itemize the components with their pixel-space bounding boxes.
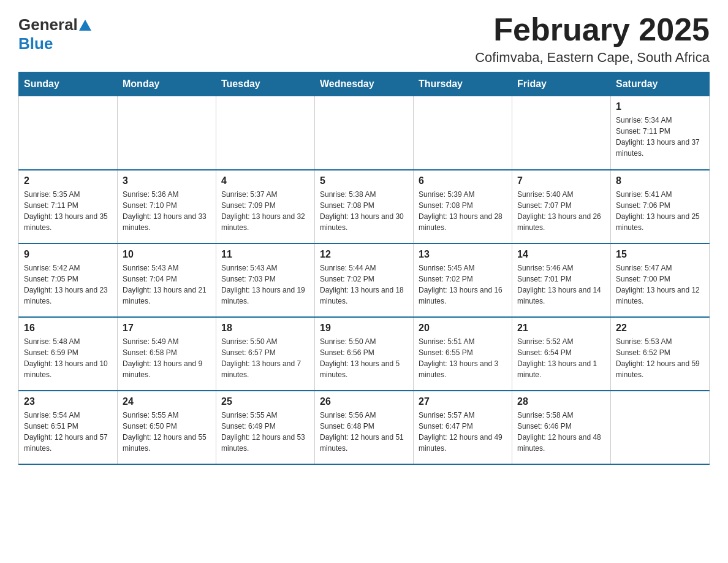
calendar-cell [611, 391, 710, 464]
day-info: Sunrise: 5:55 AMSunset: 6:50 PMDaylight:… [123, 410, 211, 454]
calendar-cell: 17Sunrise: 5:49 AMSunset: 6:58 PMDayligh… [118, 317, 216, 391]
day-info: Sunrise: 5:58 AMSunset: 6:46 PMDaylight:… [517, 410, 605, 454]
day-number: 11 [221, 249, 309, 260]
day-info: Sunrise: 5:36 AMSunset: 7:10 PMDaylight:… [123, 189, 211, 233]
title-section: February 2025 Cofimvaba, Eastern Cape, S… [475, 12, 710, 66]
day-number: 8 [616, 175, 704, 186]
calendar-cell: 19Sunrise: 5:50 AMSunset: 6:56 PMDayligh… [315, 317, 414, 391]
day-number: 24 [123, 396, 211, 407]
day-number: 21 [517, 323, 605, 334]
day-number: 17 [123, 323, 211, 334]
calendar-cell: 26Sunrise: 5:56 AMSunset: 6:48 PMDayligh… [315, 391, 414, 464]
day-number: 1 [616, 101, 704, 112]
day-info: Sunrise: 5:43 AMSunset: 7:04 PMDaylight:… [123, 262, 211, 307]
day-info: Sunrise: 5:54 AMSunset: 6:51 PMDaylight:… [24, 410, 112, 454]
calendar-cell: 18Sunrise: 5:50 AMSunset: 6:57 PMDayligh… [216, 317, 315, 391]
day-info: Sunrise: 5:39 AMSunset: 7:08 PMDaylight:… [419, 189, 507, 233]
day-of-week-header: Tuesday [216, 72, 315, 96]
day-number: 27 [419, 396, 507, 407]
calendar-week-row: 16Sunrise: 5:48 AMSunset: 6:59 PMDayligh… [19, 317, 710, 391]
calendar-cell: 28Sunrise: 5:58 AMSunset: 6:46 PMDayligh… [512, 391, 611, 464]
day-number: 20 [419, 323, 507, 334]
day-number: 10 [123, 249, 211, 260]
day-of-week-header: Friday [512, 72, 611, 96]
day-of-week-header: Thursday [414, 72, 512, 96]
day-number: 15 [616, 249, 704, 260]
day-info: Sunrise: 5:52 AMSunset: 6:54 PMDaylight:… [517, 336, 605, 380]
day-info: Sunrise: 5:34 AMSunset: 7:11 PMDaylight:… [616, 115, 704, 159]
day-info: Sunrise: 5:47 AMSunset: 7:00 PMDaylight:… [616, 262, 704, 307]
calendar-week-row: 9Sunrise: 5:42 AMSunset: 7:05 PMDaylight… [19, 243, 710, 317]
day-of-week-header: Sunday [19, 72, 118, 96]
calendar-cell [19, 96, 118, 170]
day-info: Sunrise: 5:37 AMSunset: 7:09 PMDaylight:… [221, 189, 309, 233]
calendar-week-row: 1Sunrise: 5:34 AMSunset: 7:11 PMDaylight… [19, 96, 710, 170]
day-number: 6 [419, 175, 507, 186]
location-title: Cofimvaba, Eastern Cape, South Africa [475, 50, 710, 66]
day-number: 3 [123, 175, 211, 186]
day-number: 7 [517, 175, 605, 186]
calendar-cell: 12Sunrise: 5:44 AMSunset: 7:02 PMDayligh… [315, 243, 414, 317]
calendar-cell: 14Sunrise: 5:46 AMSunset: 7:01 PMDayligh… [512, 243, 611, 317]
day-number: 13 [419, 249, 507, 260]
day-number: 18 [221, 323, 309, 334]
day-info: Sunrise: 5:57 AMSunset: 6:47 PMDaylight:… [419, 410, 507, 454]
calendar-cell: 10Sunrise: 5:43 AMSunset: 7:04 PMDayligh… [118, 243, 216, 317]
calendar-cell: 9Sunrise: 5:42 AMSunset: 7:05 PMDaylight… [19, 243, 118, 317]
calendar-cell: 8Sunrise: 5:41 AMSunset: 7:06 PMDaylight… [611, 170, 710, 243]
day-number: 19 [320, 323, 408, 334]
day-info: Sunrise: 5:46 AMSunset: 7:01 PMDaylight:… [517, 262, 605, 307]
calendar-cell: 2Sunrise: 5:35 AMSunset: 7:11 PMDaylight… [19, 170, 118, 243]
day-info: Sunrise: 5:45 AMSunset: 7:02 PMDaylight:… [419, 262, 507, 307]
day-info: Sunrise: 5:50 AMSunset: 6:57 PMDaylight:… [221, 336, 309, 380]
day-info: Sunrise: 5:43 AMSunset: 7:03 PMDaylight:… [221, 262, 309, 307]
day-number: 23 [24, 396, 112, 407]
calendar-header-row: SundayMondayTuesdayWednesdayThursdayFrid… [19, 72, 710, 96]
logo-triangle-icon [79, 20, 91, 31]
calendar-cell: 21Sunrise: 5:52 AMSunset: 6:54 PMDayligh… [512, 317, 611, 391]
day-info: Sunrise: 5:51 AMSunset: 6:55 PMDaylight:… [419, 336, 507, 380]
day-number: 12 [320, 249, 408, 260]
calendar-cell: 27Sunrise: 5:57 AMSunset: 6:47 PMDayligh… [414, 391, 512, 464]
calendar-cell: 11Sunrise: 5:43 AMSunset: 7:03 PMDayligh… [216, 243, 315, 317]
calendar-cell: 1Sunrise: 5:34 AMSunset: 7:11 PMDaylight… [611, 96, 710, 170]
day-number: 16 [24, 323, 112, 334]
day-number: 5 [320, 175, 408, 186]
calendar-week-row: 2Sunrise: 5:35 AMSunset: 7:11 PMDaylight… [19, 170, 710, 243]
day-info: Sunrise: 5:49 AMSunset: 6:58 PMDaylight:… [123, 336, 211, 380]
day-info: Sunrise: 5:35 AMSunset: 7:11 PMDaylight:… [24, 189, 112, 233]
day-number: 14 [517, 249, 605, 260]
logo: General Blue [18, 12, 93, 53]
calendar-cell [315, 96, 414, 170]
day-info: Sunrise: 5:56 AMSunset: 6:48 PMDaylight:… [320, 410, 408, 454]
page-header: General Blue February 2025 Cofimvaba, Ea… [18, 12, 710, 66]
calendar-cell: 3Sunrise: 5:36 AMSunset: 7:10 PMDaylight… [118, 170, 216, 243]
calendar-cell: 22Sunrise: 5:53 AMSunset: 6:52 PMDayligh… [611, 317, 710, 391]
calendar-cell: 16Sunrise: 5:48 AMSunset: 6:59 PMDayligh… [19, 317, 118, 391]
logo-blue-text: Blue [18, 34, 53, 53]
calendar-cell: 4Sunrise: 5:37 AMSunset: 7:09 PMDaylight… [216, 170, 315, 243]
calendar-cell [118, 96, 216, 170]
day-number: 26 [320, 396, 408, 407]
day-number: 22 [616, 323, 704, 334]
day-info: Sunrise: 5:41 AMSunset: 7:06 PMDaylight:… [616, 189, 704, 233]
day-of-week-header: Saturday [611, 72, 710, 96]
day-of-week-header: Wednesday [315, 72, 414, 96]
calendar-week-row: 23Sunrise: 5:54 AMSunset: 6:51 PMDayligh… [19, 391, 710, 464]
day-info: Sunrise: 5:50 AMSunset: 6:56 PMDaylight:… [320, 336, 408, 380]
calendar-cell: 5Sunrise: 5:38 AMSunset: 7:08 PMDaylight… [315, 170, 414, 243]
calendar-cell: 24Sunrise: 5:55 AMSunset: 6:50 PMDayligh… [118, 391, 216, 464]
calendar-cell: 23Sunrise: 5:54 AMSunset: 6:51 PMDayligh… [19, 391, 118, 464]
logo-general-text: General [18, 15, 78, 34]
day-info: Sunrise: 5:38 AMSunset: 7:08 PMDaylight:… [320, 189, 408, 233]
day-number: 9 [24, 249, 112, 260]
calendar-table: SundayMondayTuesdayWednesdayThursdayFrid… [18, 72, 710, 465]
day-number: 4 [221, 175, 309, 186]
day-info: Sunrise: 5:40 AMSunset: 7:07 PMDaylight:… [517, 189, 605, 233]
day-info: Sunrise: 5:48 AMSunset: 6:59 PMDaylight:… [24, 336, 112, 380]
calendar-cell: 25Sunrise: 5:55 AMSunset: 6:49 PMDayligh… [216, 391, 315, 464]
day-info: Sunrise: 5:42 AMSunset: 7:05 PMDaylight:… [24, 262, 112, 307]
calendar-cell: 7Sunrise: 5:40 AMSunset: 7:07 PMDaylight… [512, 170, 611, 243]
day-number: 2 [24, 175, 112, 186]
day-number: 28 [517, 396, 605, 407]
